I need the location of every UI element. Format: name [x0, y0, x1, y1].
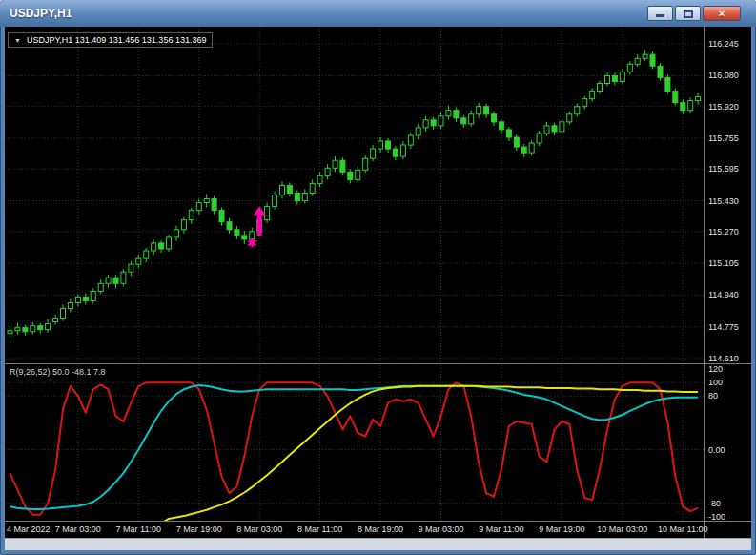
minimize-icon	[656, 14, 664, 17]
close-icon: ×	[719, 8, 725, 19]
indicator-axis-label: -80	[708, 499, 721, 508]
panel-separator[interactable]	[5, 363, 751, 364]
indicator-axis-label: 0.00	[708, 445, 725, 455]
red-line	[10, 382, 699, 514]
symbol-dropdown-icon[interactable]: ▼	[14, 36, 21, 45]
signal-up-arrow-icon	[254, 207, 266, 236]
price-axis-label: 114.610	[708, 354, 739, 363]
window-titlebar[interactable]: USDJPY,H1 ×	[0, 0, 756, 27]
time-axis-label: 10 Mar 11:00	[640, 524, 725, 534]
caption-buttons: ×	[647, 6, 741, 21]
price-axis-label: 115.430	[708, 196, 739, 206]
time-axis[interactable]: 4 Mar 20227 Mar 03:007 Mar 11:007 Mar 19…	[5, 522, 751, 538]
symbol-ohlc-label: ▼ USDJPY,H1 131.409 131.456 131.356 131.…	[8, 32, 213, 48]
indicator-axis-label: 80	[708, 391, 718, 401]
price-axis-label: 115.595	[708, 164, 739, 174]
signal-star-icon: ✱	[247, 236, 256, 250]
price-axis-label: 116.080	[708, 71, 739, 80]
indicator-label: R(9,26,52) 50.0 -48.1 7.8	[10, 367, 106, 377]
window-title: USDJPY,H1	[10, 7, 72, 20]
price-axis-label: 115.270	[708, 227, 739, 236]
price-axis-label: 114.775	[708, 322, 739, 332]
indicator-axis-label: -100	[708, 512, 725, 522]
indicator-canvas[interactable]	[5, 365, 704, 521]
candles-layer	[8, 50, 701, 341]
price-axis-label: 115.920	[708, 102, 739, 112]
price-axis-label: 116.245	[708, 39, 739, 49]
indicator-axis-label: 120	[708, 364, 723, 374]
bottom-strip	[5, 538, 751, 550]
price-axis-label: 114.940	[708, 290, 739, 299]
main-grid-layer	[5, 29, 704, 363]
indicator-axis-label: 100	[708, 378, 723, 387]
symbol-ohlc-text: USDJPY,H1 131.409 131.456 131.356 131.36…	[27, 35, 207, 45]
minimize-button[interactable]	[647, 6, 673, 21]
price-axis[interactable]: 116.245116.080115.920115.755115.595115.4…	[704, 27, 751, 538]
price-axis-label: 115.755	[708, 134, 739, 143]
maximize-button[interactable]	[675, 6, 701, 21]
close-button[interactable]: ×	[703, 6, 741, 21]
maximize-icon	[684, 10, 693, 18]
window: USDJPY,H1 × ✱ ▼ USDJPY,H1 131.409 131.45…	[0, 0, 756, 555]
price-axis-label: 115.105	[708, 258, 739, 268]
chart-client-area: ✱ ▼ USDJPY,H1 131.409 131.456 131.356 13…	[5, 27, 751, 550]
main-chart-canvas[interactable]: ✱	[5, 29, 704, 363]
